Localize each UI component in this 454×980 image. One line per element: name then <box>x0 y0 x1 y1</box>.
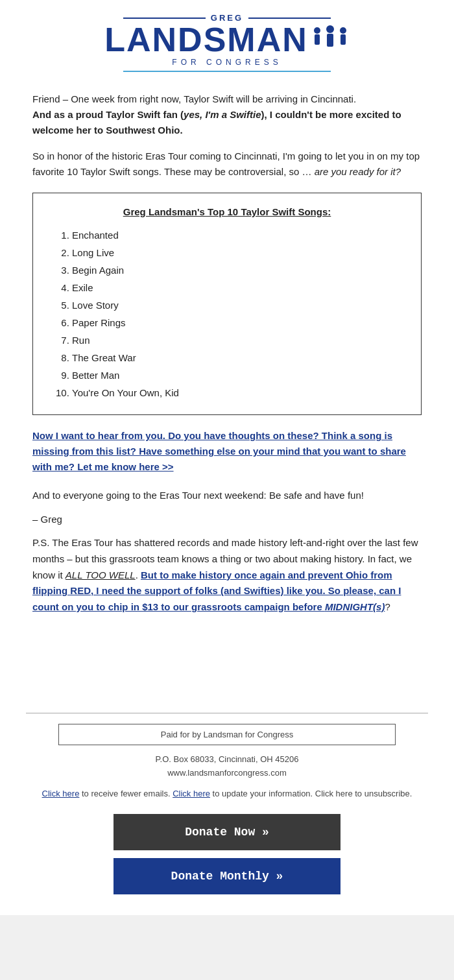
list-item: You're On Your Own, Kid <box>72 384 401 401</box>
svg-rect-5 <box>340 34 346 45</box>
footer-divider <box>26 713 428 713</box>
footer-click-here-1[interactable]: Click here <box>42 789 80 798</box>
list-item: Love Story <box>72 296 401 314</box>
footer-address-line2: www.landsmanforcongress.com <box>26 767 428 780</box>
intro-para2-text: So in honor of the historic Eras Tour co… <box>32 150 420 177</box>
ps-part2: . <box>136 569 141 580</box>
email-wrapper: GREG LANDSMAN <box>0 0 454 915</box>
song-list: Enchanted Long Live Begin Again Exile Lo… <box>53 226 401 401</box>
feedback-link[interactable]: Now I want to hear from you. Do you have… <box>32 430 406 472</box>
svg-rect-3 <box>327 34 333 47</box>
intro-italic: yes, I'm a Swiftie <box>184 109 261 120</box>
logo-landsman: LANDSMAN <box>104 23 350 56</box>
list-item: Begin Again <box>72 261 401 279</box>
intro-line1: Friend – One week from right now, Taylor… <box>32 93 356 104</box>
figures-svg <box>311 23 350 56</box>
song-box: Greg Landsman's Top 10 Taylor Swift Song… <box>32 193 422 415</box>
footer-click-here-2[interactable]: Click here <box>173 789 210 798</box>
intro-para-1: Friend – One week from right now, Taylor… <box>32 91 422 138</box>
eras-para: And to everyone going to the Eras Tour n… <box>32 488 422 503</box>
footer-links: Click here to receive fewer emails. Clic… <box>26 787 428 801</box>
list-item: Exile <box>72 279 401 296</box>
logo-left-line <box>123 18 206 19</box>
landsman-text: LANDSMAN <box>104 23 308 56</box>
sign-off: – Greg <box>32 514 422 525</box>
song-box-title: Greg Landsman's Top 10 Taylor Swift Song… <box>53 206 401 217</box>
intro-para-2: So in honor of the historic Eras Tour co… <box>32 149 422 180</box>
list-item: Paper Rings <box>72 314 401 331</box>
list-item: Long Live <box>72 244 401 261</box>
list-item: Enchanted <box>72 226 401 244</box>
donate-now-button[interactable]: Donate Now » <box>114 814 340 850</box>
logo-figures <box>311 23 350 56</box>
donate-monthly-button[interactable]: Donate Monthly » <box>114 858 340 894</box>
ps-para: P.S. The Eras Tour has shattered records… <box>32 535 422 615</box>
paid-for-text: Paid for by Landsman for Congress <box>161 730 294 739</box>
list-item: The Great War <box>72 349 401 366</box>
logo-bottom-line <box>123 71 331 72</box>
footer: Paid for by Landsman for Congress P.O. B… <box>0 713 454 915</box>
ps-midnight[interactable]: MIDNIGHT(s) <box>325 601 385 612</box>
intro-italic-2: are you ready for it? <box>315 166 401 177</box>
paid-for-box: Paid for by Landsman for Congress <box>58 724 396 745</box>
footer-address-line1: P.O. Box 68033, Cincinnati, OH 45206 <box>26 753 428 767</box>
svg-point-2 <box>326 25 334 33</box>
logo-container: GREG LANDSMAN <box>26 13 428 72</box>
ps-all-too-well: ALL TOO WELL <box>66 569 136 580</box>
spacer <box>32 628 422 706</box>
footer-address: P.O. Box 68033, Cincinnati, OH 45206 www… <box>26 753 428 780</box>
footer-text1: to receive fewer emails. <box>79 789 173 798</box>
logo-right-line <box>248 18 331 19</box>
header: GREG LANDSMAN <box>0 0 454 78</box>
intro-bold-1: And as a proud Taylor Swift fan (yes, I'… <box>32 109 401 136</box>
svg-rect-1 <box>315 34 320 45</box>
svg-point-0 <box>314 27 320 34</box>
ps-part3: ? <box>385 601 390 612</box>
list-item: Better Man <box>72 366 401 384</box>
body-content: Friend – One week from right now, Taylor… <box>0 78 454 713</box>
list-item: Run <box>72 331 401 349</box>
svg-point-4 <box>340 27 346 34</box>
footer-text2: to update your information. Click here t… <box>210 789 412 798</box>
logo-for-congress: FOR CONGRESS <box>172 58 281 67</box>
link-block: Now I want to hear from you. Do you have… <box>32 428 422 475</box>
